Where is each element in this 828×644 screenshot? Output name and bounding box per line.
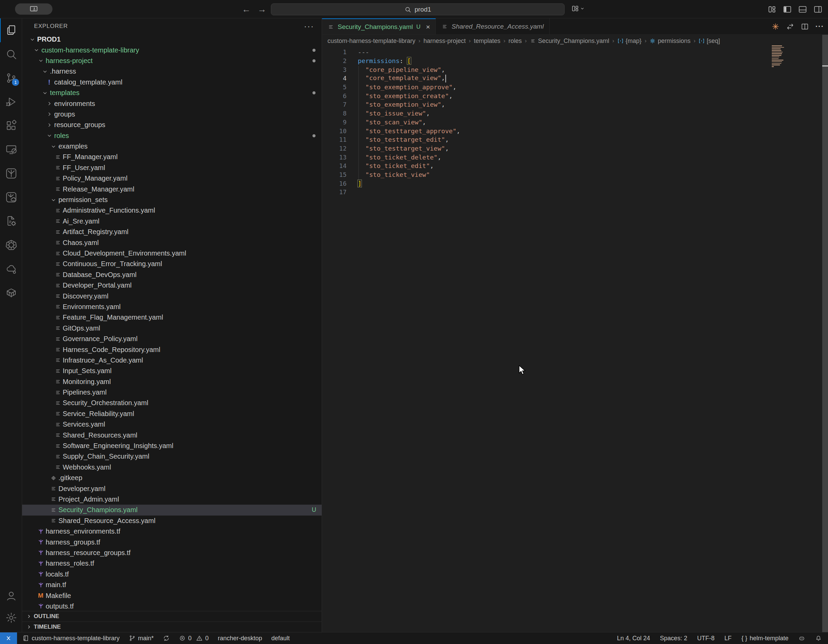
tree-item-chaos-yaml[interactable]: Chaos.yaml: [22, 237, 321, 248]
status-notifications[interactable]: [815, 635, 822, 642]
tree-item-database-devops-yaml[interactable]: Database_DevOps.yaml: [22, 270, 321, 280]
activity-terraform[interactable]: [0, 161, 22, 185]
code-line-11[interactable]: 11 "sto_testtarget_edit",: [322, 135, 828, 144]
toggle-panel-left-icon[interactable]: [783, 5, 792, 14]
code-line-10[interactable]: 10 "sto_testtarget_approve",: [322, 127, 828, 135]
section-outline[interactable]: OUTLINE: [22, 611, 321, 622]
status-language-mode[interactable]: { }helm-template: [742, 635, 789, 642]
status-cursor-position[interactable]: Ln 4, Col 24: [617, 635, 650, 642]
tab-shared-resource-access-yaml[interactable]: Shared_Resource_Access.yaml: [436, 19, 549, 34]
tree-item-security-orchestration-yaml[interactable]: Security_Orchestration.yaml: [22, 398, 321, 408]
activity-kubernetes[interactable]: [0, 233, 22, 257]
activity-remote-explorer[interactable]: [0, 138, 22, 161]
tree-item-makefile[interactable]: MMakefile: [22, 590, 321, 601]
tree-item-services-yaml[interactable]: Services.yaml: [22, 419, 321, 430]
more-actions-icon[interactable]: ···: [815, 22, 824, 31]
tree-item-continuous-error-tracking-yaml[interactable]: Continuous_Error_Tracking.yaml: [22, 259, 321, 269]
status-encoding[interactable]: UTF-8: [697, 635, 715, 642]
nav-back-button[interactable]: ←: [242, 4, 251, 15]
status-kube-context[interactable]: default: [271, 635, 290, 642]
tree-item-shared-resource-access-yaml[interactable]: Shared_Resource_Access.yaml: [22, 516, 321, 526]
open-remote-window-button[interactable]: [571, 5, 585, 13]
code-line-1[interactable]: 1---: [322, 48, 828, 56]
tree-item-gitops-yaml[interactable]: GitOps.yaml: [22, 323, 321, 334]
tree-item-examples[interactable]: examples: [22, 141, 321, 152]
tree-item-discovery-yaml[interactable]: Discovery.yaml: [22, 291, 321, 301]
split-editor-icon[interactable]: [801, 22, 809, 31]
activity-run-and-debug[interactable]: [0, 90, 22, 114]
tree-item-pipelines-yaml[interactable]: Pipelines.yaml: [22, 387, 321, 398]
code-line-4[interactable]: 4 "core_template_view",: [322, 74, 828, 83]
tree-item-security-champions-yaml[interactable]: Security_Champions.yamlU: [22, 505, 321, 515]
section-timeline[interactable]: TIMELINE: [22, 622, 321, 632]
breadcrumb-custom-harness-template-library[interactable]: custom-harness-template-library: [328, 38, 416, 45]
activity-terraform-cloud[interactable]: [0, 185, 22, 209]
status-rancher-desktop[interactable]: rancher-desktop: [218, 635, 262, 642]
tree-item-harness-resource-groups-tf[interactable]: harness_resource_groups.tf: [22, 548, 321, 558]
breadcrumb-roles[interactable]: roles: [508, 38, 522, 45]
tree-item-governance-policy-yaml[interactable]: Governance_Policy.yaml: [22, 334, 321, 344]
tree-item-locals-tf[interactable]: locals.tf: [22, 569, 321, 580]
nav-forward-button[interactable]: →: [257, 4, 267, 15]
code-editor[interactable]: 1---2permissions: [3 "core_pipeline_view…: [322, 47, 828, 197]
status-eol[interactable]: LF: [724, 635, 732, 642]
tree-item-harness-roles-tf[interactable]: harness_roles.tf: [22, 558, 321, 569]
breadcrumb-templates[interactable]: templates: [474, 38, 500, 45]
tree-item-software-engineering-insights-yaml[interactable]: Software_Engineering_Insights.yaml: [22, 440, 321, 451]
status-indentation[interactable]: Spaces: 2: [660, 635, 687, 642]
tree-item-supply-chain-security-yaml[interactable]: Supply_Chain_Security.yaml: [22, 451, 321, 462]
activity-settings[interactable]: [0, 607, 22, 629]
tree-item-policy-manager-yaml[interactable]: Policy_Manager.yaml: [22, 173, 321, 184]
run-starburst-icon[interactable]: [772, 22, 779, 31]
tree-item-administrative-functions-yaml[interactable]: Administrative_Functions.yaml: [22, 205, 321, 216]
activity-containers[interactable]: [0, 281, 22, 305]
tree-item-outputs-tf[interactable]: outputs.tf: [22, 601, 321, 611]
activity-makefile-tools[interactable]: [0, 209, 22, 233]
breadcrumb-security-champions-yaml[interactable]: Security_Champions.yaml: [530, 38, 609, 45]
tree-item-developer-portal-yaml[interactable]: Developer_Portal.yaml: [22, 280, 321, 291]
breadcrumb-harness-project[interactable]: harness-project: [423, 38, 466, 45]
tree-item-feature-flag-management-yaml[interactable]: Feature_Flag_Management.yaml: [22, 312, 321, 323]
activity-search[interactable]: [0, 42, 22, 66]
tree-item-gitkeep[interactable]: .gitkeep: [22, 473, 321, 483]
open-changes-icon[interactable]: [786, 22, 794, 31]
tree-item-ff-manager-yaml[interactable]: FF_Manager.yaml: [22, 152, 321, 162]
code-line-9[interactable]: 9 "sto_scan_view",: [322, 118, 828, 127]
tree-item-webhooks-yaml[interactable]: Webhooks.yaml: [22, 462, 321, 473]
activity-explorer[interactable]: [0, 19, 22, 42]
activity-accounts[interactable]: [0, 585, 22, 607]
tree-item-ff-user-yaml[interactable]: FF_User.yaml: [22, 163, 321, 173]
tree-item-prod1[interactable]: PROD1: [22, 34, 321, 45]
tree-item-artifact-registry-yaml[interactable]: Artifact_Registry.yaml: [22, 227, 321, 237]
tree-item-resource-groups[interactable]: resource_groups: [22, 120, 321, 130]
tree-item-release-manager-yaml[interactable]: Release_Manager.yaml: [22, 184, 321, 194]
tab-security-champions-yaml[interactable]: Security_Champions.yamlU×: [322, 19, 436, 34]
tree-item-developer-yaml[interactable]: Developer.yaml: [22, 483, 321, 494]
tree-item-project-admin-yaml[interactable]: Project_Admin.yaml: [22, 494, 321, 505]
minimap[interactable]: [772, 45, 786, 68]
status-sync[interactable]: [163, 635, 170, 642]
code-line-2[interactable]: 2permissions: [: [322, 56, 828, 66]
activity-source-control[interactable]: 1: [0, 66, 22, 90]
breadcrumb-permissions[interactable]: permissions: [649, 38, 690, 45]
tree-item-main-tf[interactable]: main.tf: [22, 580, 321, 590]
tree-item-input-sets-yaml[interactable]: Input_Sets.yaml: [22, 366, 321, 376]
editor-scrollbar[interactable]: [822, 35, 828, 632]
close-icon[interactable]: ×: [426, 23, 430, 31]
tree-item-monitoring-yaml[interactable]: Monitoring.yaml: [22, 376, 321, 387]
code-line-14[interactable]: 14 "sto_ticket_edit",: [322, 161, 828, 170]
code-line-7[interactable]: 7 "sto_exemption_view",: [322, 100, 828, 109]
code-line-5[interactable]: 5 "sto_exemption_approve",: [322, 83, 828, 92]
breadcrumb-map[interactable]: {map}: [618, 38, 641, 45]
customize-layout-icon[interactable]: [767, 5, 776, 14]
screen-share-button[interactable]: [15, 3, 52, 15]
tree-item-custom-harness-template-library[interactable]: custom-harness-template-library: [22, 45, 321, 55]
tree-item-groups[interactable]: groups: [22, 109, 321, 120]
explorer-more-actions-button[interactable]: ···: [304, 22, 314, 31]
toggle-panel-right-icon[interactable]: [813, 5, 823, 14]
tree-item-harness-environments-tf[interactable]: harness_environments.tf: [22, 526, 321, 537]
tree-item-catalog-template-yaml[interactable]: !catalog_template.yaml: [22, 77, 321, 88]
toggle-panel-bottom-icon[interactable]: [798, 5, 807, 14]
status-problems[interactable]: 00: [179, 635, 209, 642]
tree-item-permission-sets[interactable]: permission_sets: [22, 194, 321, 205]
